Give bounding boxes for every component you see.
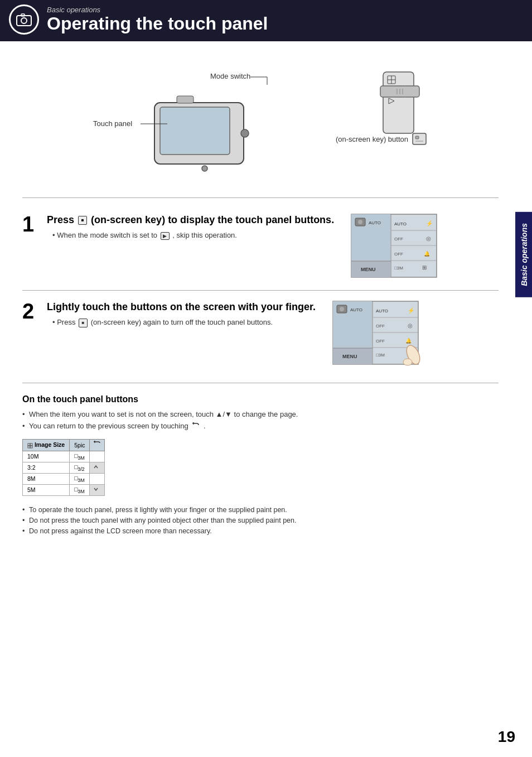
note-2: Do not press the touch panel with any po…	[22, 517, 499, 524]
camera-drawing	[149, 91, 260, 177]
svg-text:⊞: ⊞	[422, 264, 427, 271]
svg-text:OFF: OFF	[376, 324, 385, 329]
scroll-up-icon	[93, 464, 99, 470]
camera-icon	[14, 10, 33, 29]
page-number: 19	[498, 728, 515, 746]
step-1-title-suffix: (on-screen key) to display the touch pan…	[91, 214, 334, 225]
note-1: To operate the touch panel, press it lig…	[22, 506, 499, 514]
divider-1	[22, 197, 499, 198]
step-1-title-press: Press	[47, 214, 74, 225]
header-subtitle: Basic operations	[47, 6, 268, 14]
subsection-bullet-1: When the item you want to set is not on …	[22, 410, 499, 418]
svg-point-1	[21, 18, 27, 23]
return-icon	[191, 422, 200, 431]
step-2-cam-ui: AUTO AUTO ⚡ OFF ◎ OFF 🔔	[332, 301, 422, 373]
step-1-row: 1 Press ■ (on-screen key) to display the…	[22, 214, 440, 280]
page-header: Basic operations Operating the touch pan…	[0, 0, 532, 41]
svg-text:AUTO: AUTO	[350, 307, 362, 312]
sidebar-tab: Basic operations	[515, 212, 532, 297]
subsection-title: On the touch panel buttons	[22, 394, 499, 404]
svg-rect-69	[30, 446, 32, 448]
svg-point-28	[358, 220, 362, 224]
step-2-bullet: Press ■ (on-screen key) again to turn of…	[52, 318, 316, 327]
svg-text:🔔: 🔔	[405, 337, 412, 344]
label-mode-switch: Mode switch	[210, 72, 250, 80]
svg-text:⚡: ⚡	[408, 307, 415, 314]
header-text-block: Basic operations Operating the touch pan…	[47, 6, 268, 33]
onscreen-key-inline-icon: ■	[78, 216, 87, 225]
mode-switch-arrow	[250, 76, 273, 88]
onscreen-key-icon	[411, 131, 428, 150]
svg-text:AUTO: AUTO	[376, 308, 388, 314]
step-2-row: 2 Lightly touch the buttons on the scree…	[22, 301, 422, 373]
svg-text:MENU: MENU	[342, 354, 357, 359]
step-1-content: Press ■ (on-screen key) to display the t…	[47, 214, 334, 240]
step-1-number: 1	[22, 214, 40, 235]
header-icon	[9, 4, 39, 35]
svg-rect-68	[28, 446, 30, 448]
svg-text:AUTO: AUTO	[394, 221, 407, 226]
table-row: 3:2 □3/2	[23, 462, 105, 473]
header-title: Operating the touch panel	[47, 14, 268, 33]
svg-point-7	[202, 166, 207, 171]
label-touch-panel: Touch panel	[93, 119, 132, 128]
scroll-down-icon	[93, 486, 99, 492]
svg-point-65	[403, 359, 412, 365]
touch-panel-buttons-section: On the touch panel buttons When the item…	[22, 394, 499, 535]
label-onscreen-btn: (on-screen key) button	[336, 135, 408, 143]
diagram-section: Touch panel Mode switch (on-screen key) …	[22, 52, 499, 192]
cam-ui-step2-svg: AUTO AUTO ⚡ OFF ◎ OFF 🔔	[332, 301, 424, 370]
svg-rect-66	[28, 443, 30, 446]
play-icon-inline: ▶	[161, 232, 170, 240]
svg-text:◎: ◎	[426, 235, 431, 242]
table-row: 5M □3M	[23, 484, 105, 495]
svg-text:🔔: 🔔	[424, 250, 431, 257]
step-1-cam-ui: AUTO AUTO ⚡ OFF ◎ OFF 🔔	[351, 214, 440, 280]
note-3: Do not press against the LCD screen more…	[22, 527, 499, 535]
svg-rect-19	[413, 133, 426, 144]
touch-panel-arrow	[141, 123, 168, 124]
return-icon-table	[93, 441, 101, 449]
svg-text:AUTO: AUTO	[369, 220, 381, 225]
step-2-section: 2 Lightly touch the buttons on the scree…	[22, 291, 499, 383]
onscreen-key-svg	[411, 131, 428, 147]
onscreen-key-inline-icon-2: ■	[79, 319, 88, 327]
diagram-container: Touch panel Mode switch (on-screen key) …	[93, 69, 428, 181]
table-row: 10M □3M	[23, 451, 105, 462]
cam-ui-step1-svg: AUTO AUTO ⚡ OFF ◎ OFF 🔔	[351, 214, 437, 278]
svg-text:MENU: MENU	[361, 267, 376, 272]
subsection-bullets: When the item you want to set is not on …	[22, 410, 499, 431]
svg-text:⚡: ⚡	[426, 220, 433, 227]
subsection-bullet-2: You can return to the previous screen by…	[22, 422, 499, 431]
step-1-bullet: When the mode switch is set to ▶ , skip …	[52, 231, 334, 240]
grid-icon	[27, 443, 33, 449]
svg-text:OFF: OFF	[376, 339, 385, 344]
svg-text:□3M: □3M	[394, 266, 403, 271]
svg-text:□3M: □3M	[376, 353, 385, 358]
table-row: 8M □3M	[23, 473, 105, 484]
svg-rect-20	[415, 136, 419, 139]
svg-text:OFF: OFF	[394, 237, 403, 242]
svg-rect-6	[177, 96, 194, 103]
table-header-col3	[90, 439, 105, 451]
table-header-col2: 5pic	[70, 439, 90, 451]
camera-svg	[149, 91, 260, 175]
image-size-table-wrapper: Image Size 5pic 10M □	[22, 439, 105, 496]
svg-point-48	[340, 307, 344, 311]
svg-rect-0	[17, 16, 31, 26]
main-content: Touch panel Mode switch (on-screen key) …	[0, 41, 532, 552]
svg-point-5	[241, 129, 249, 137]
image-size-table: Image Size 5pic 10M □	[22, 439, 105, 496]
step-1-title: Press ■ (on-screen key) to display the t…	[47, 214, 334, 226]
notes-list: To operate the touch panel, press it lig…	[22, 506, 499, 535]
svg-rect-4	[160, 107, 230, 155]
step-2-title: Lightly touch the buttons on the screen …	[47, 301, 316, 314]
step-1-section: 1 Press ■ (on-screen key) to display the…	[22, 204, 499, 291]
svg-text:◎: ◎	[408, 322, 413, 329]
table-header-col1: Image Size	[23, 439, 70, 451]
step-2-content: Lightly touch the buttons on the screen …	[47, 301, 316, 327]
svg-rect-67	[30, 443, 32, 446]
svg-text:OFF: OFF	[394, 252, 403, 257]
step-2-number: 2	[22, 301, 40, 322]
